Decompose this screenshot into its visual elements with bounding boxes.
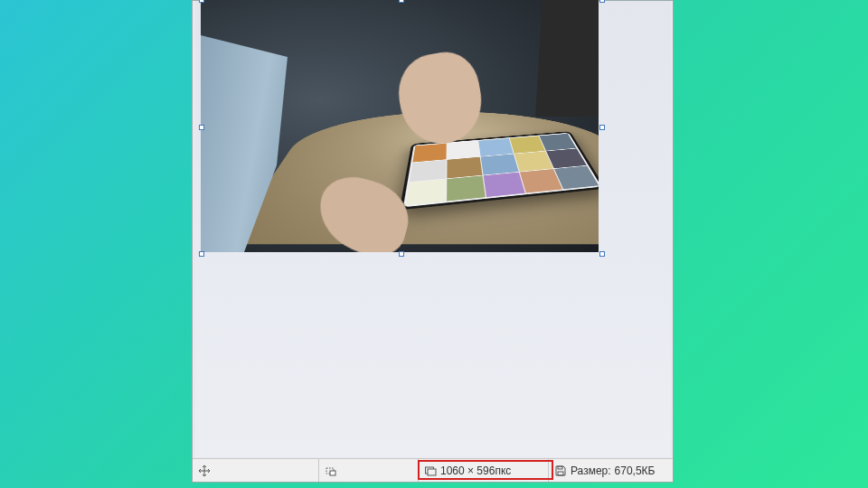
photo-content (201, 0, 599, 252)
resize-handle[interactable] (399, 251, 404, 257)
status-file-size: Размер: 670,5КБ (549, 459, 673, 482)
resize-handle[interactable] (199, 125, 204, 130)
status-canvas-dimensions: 1060 × 596пкс (419, 459, 549, 482)
selection-size-icon (325, 465, 337, 477)
floppy-icon (554, 465, 567, 477)
resize-handle[interactable] (599, 125, 605, 130)
paint-window: 1060 × 596пкс Размер: 670,5КБ (192, 0, 674, 483)
svg-rect-1 (330, 471, 335, 475)
status-bar: 1060 × 596пкс Размер: 670,5КБ (193, 458, 673, 482)
resize-handle[interactable] (599, 0, 605, 3)
status-selection-size (319, 459, 419, 482)
canvas-dimensions-value: 1060 × 596пкс (440, 465, 511, 477)
cursor-position-icon (198, 465, 211, 477)
screen-size-icon (424, 465, 437, 477)
canvas-area[interactable] (195, 1, 671, 457)
image-on-canvas[interactable] (201, 0, 599, 252)
resize-handle[interactable] (399, 0, 404, 3)
svg-rect-4 (558, 466, 562, 469)
svg-rect-5 (558, 472, 563, 475)
resize-handle[interactable] (199, 251, 204, 257)
resize-handle[interactable] (199, 0, 204, 3)
file-size-label: Размер: (571, 465, 611, 477)
file-size-value: 670,5КБ (615, 465, 656, 477)
status-cursor-position (193, 459, 319, 482)
svg-rect-3 (428, 469, 436, 475)
resize-handle[interactable] (599, 251, 605, 257)
